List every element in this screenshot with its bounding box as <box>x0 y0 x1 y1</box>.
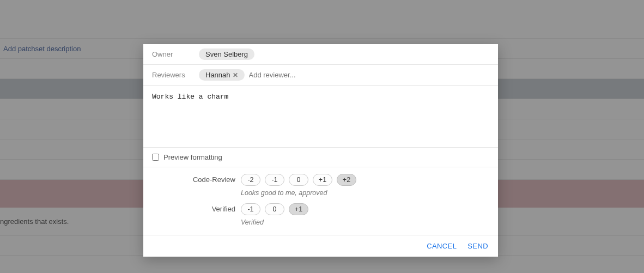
verified-description: Verified <box>241 219 489 226</box>
dialog-actions: CANCEL SEND <box>143 235 498 257</box>
reviewer-chip[interactable]: Hannah ✕ <box>199 69 245 81</box>
verified-zero-button[interactable]: 0 <box>265 203 284 215</box>
comment-area <box>143 86 498 148</box>
owner-label: Owner <box>152 50 199 58</box>
reply-dialog: Owner Sven Selberg Reviewers Hannah ✕ Pr… <box>143 44 498 257</box>
code-review-minus1-button[interactable]: -1 <box>265 174 284 186</box>
owner-chip-name: Sven Selberg <box>205 50 248 58</box>
send-button[interactable]: SEND <box>467 242 488 250</box>
remove-reviewer-icon[interactable]: ✕ <box>233 71 238 79</box>
verified-pills: -1 0 +1 <box>241 203 489 215</box>
reviewers-label: Reviewers <box>152 71 199 79</box>
preview-row: Preview formatting <box>143 148 498 167</box>
verified-plus1-button[interactable]: +1 <box>289 203 308 215</box>
vote-section: Code-Review -2 -1 0 +1 +2 Looks good to … <box>143 167 498 235</box>
verified-minus1-button[interactable]: -1 <box>241 203 260 215</box>
code-review-pills: -2 -1 0 +1 +2 <box>241 174 489 186</box>
code-review-description: Looks good to me, approved <box>241 189 489 197</box>
cancel-button[interactable]: CANCEL <box>427 242 457 250</box>
reviewer-chip-name: Hannah <box>205 71 230 79</box>
add-reviewer-input[interactable] <box>249 71 325 79</box>
reviewers-row: Reviewers Hannah ✕ <box>143 65 498 86</box>
owner-row: Owner Sven Selberg <box>143 44 498 65</box>
code-review-zero-button[interactable]: 0 <box>289 174 308 186</box>
code-review-plus2-button[interactable]: +2 <box>337 174 356 186</box>
verified-label: Verified <box>152 203 241 213</box>
comment-textarea[interactable] <box>152 92 489 124</box>
code-review-row: Code-Review -2 -1 0 +1 +2 Looks good to … <box>152 174 489 197</box>
preview-label: Preview formatting <box>163 153 222 161</box>
verified-row: Verified -1 0 +1 Verified <box>152 203 489 226</box>
owner-chip[interactable]: Sven Selberg <box>199 48 254 60</box>
preview-checkbox[interactable] <box>152 154 159 161</box>
code-review-plus1-button[interactable]: +1 <box>313 174 332 186</box>
code-review-minus2-button[interactable]: -2 <box>241 174 260 186</box>
code-review-label: Code-Review <box>152 174 241 184</box>
